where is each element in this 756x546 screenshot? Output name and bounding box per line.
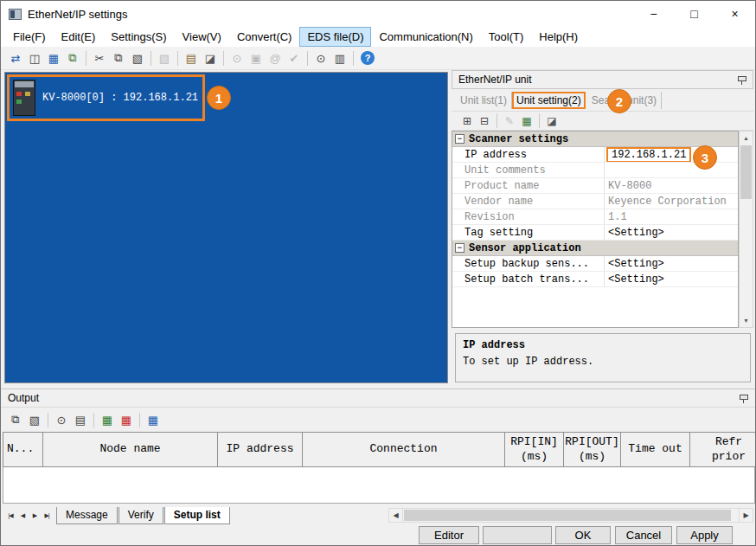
pin-icon[interactable] (739, 393, 748, 404)
annotation-badge-3: 3 (693, 145, 717, 170)
menu-eds-file-d[interactable]: EDS file(D) (299, 27, 371, 47)
collapse-icon[interactable]: − (455, 243, 464, 253)
toolbar-separator (223, 51, 224, 66)
copy-icon[interactable]: ⧉ (6, 411, 25, 429)
scroll-up-icon[interactable]: ▲ (740, 132, 753, 145)
property-label: Setup backup sens... (452, 256, 605, 271)
tab-setup-list[interactable]: Setup list (164, 507, 230, 524)
menu-settings-s[interactable]: Settings(S) (103, 27, 174, 47)
scroll-right-icon[interactable]: ▶ (739, 509, 753, 522)
first-tab-button[interactable]: |◀ (4, 509, 16, 523)
group-scanner-settings[interactable]: −Scanner settings (452, 132, 738, 147)
ethernet-ip-settings-window: EtherNet/IP settings − □ × File(F)Edit(E… (0, 0, 756, 546)
find-icon[interactable]: ⊙ (52, 411, 71, 429)
title-bar[interactable]: EtherNet/IP settings − □ × (1, 1, 755, 27)
property-row-revision[interactable]: Revision1.1 (452, 209, 738, 225)
help-icon[interactable]: ? (361, 51, 375, 65)
prev-tab-button[interactable]: ◀ (16, 509, 29, 523)
minimize-button[interactable]: − (633, 1, 674, 27)
clear-icon[interactable]: ◪ (543, 113, 561, 129)
device-item[interactable]: KV-8000[0] : 192.168.1.21 (7, 74, 205, 121)
eraser-icon[interactable]: ◪ (201, 49, 220, 67)
property-value[interactable]: <Setting> (605, 272, 738, 286)
scrollbar-thumb[interactable] (740, 145, 752, 199)
property-description: IP address To set up IP address. (455, 333, 751, 382)
unit-editor-icon[interactable]: ▤ (182, 49, 201, 67)
tab-unit-list-1[interactable]: Unit list(1) (456, 92, 512, 109)
property-value[interactable]: <Setting> (605, 225, 738, 240)
copy-icon[interactable]: ⧉ (109, 49, 128, 67)
edit-icon: ✎ (501, 113, 518, 129)
property-value[interactable]: 1.1 (605, 209, 738, 224)
unit-config-icon[interactable]: ▦ (44, 49, 63, 67)
horizontal-scrollbar[interactable]: ◀ ▶ (388, 508, 753, 523)
window-controls: − □ × (633, 1, 755, 27)
check-table-icon[interactable]: ▦ (98, 411, 117, 429)
menu-tool-t[interactable]: Tool(T) (481, 27, 531, 47)
property-value[interactable]: KV-8000 (605, 178, 738, 193)
column-refr: Refrprior (690, 432, 755, 467)
property-row-tag-setting[interactable]: Tag setting<Setting> (452, 225, 738, 241)
apply-button[interactable]: Apply (676, 526, 733, 544)
toolbar-separator (48, 413, 48, 427)
tab-verify[interactable]: Verify (119, 507, 163, 524)
tab-unit-setting-2[interactable]: Unit setting(2) (512, 92, 586, 109)
property-value[interactable] (605, 163, 738, 177)
toolbar-separator (307, 51, 308, 66)
unit-image-icon[interactable]: ▦ (518, 113, 535, 129)
transfer-table-icon[interactable]: ▦ (144, 411, 163, 429)
output-toolbar: ⧉▧⊙▤▦▦▦ (1, 408, 755, 432)
scrollbar-thumb[interactable] (404, 510, 731, 521)
collapse-items-icon[interactable]: ⊟ (476, 113, 493, 129)
property-row-product-name[interactable]: Product nameKV-8000 (452, 178, 738, 194)
vertical-scrollbar[interactable]: ▲ ▼ (739, 131, 753, 328)
toolbar-separator (86, 51, 86, 66)
ok-button[interactable]: OK (555, 526, 611, 544)
cut-icon[interactable]: ✂ (90, 49, 109, 67)
monitor-icon[interactable]: ◫ (25, 49, 44, 67)
editor-button[interactable]: Editor (419, 526, 479, 544)
column-ip-address: IP address (218, 432, 303, 467)
output-panel-title: Output (8, 392, 39, 404)
property-label: Tag setting (452, 225, 605, 240)
unit-panel: EtherNet/IP unit Unit list(1)Unit settin… (452, 70, 753, 389)
tab-message[interactable]: Message (56, 507, 118, 524)
close-button[interactable]: × (714, 1, 755, 27)
property-value[interactable]: 192.168.1.21 (605, 147, 738, 162)
maximize-button[interactable]: □ (674, 1, 714, 27)
property-value-text: <Setting> (608, 227, 664, 239)
secondary-button[interactable] (483, 526, 552, 544)
export-icon[interactable]: ▤ (71, 411, 90, 429)
property-value[interactable]: <Setting> (605, 256, 738, 271)
property-row-setup-batch-trans[interactable]: Setup batch trans...<Setting> (452, 272, 738, 287)
last-tab-button[interactable]: ▶| (41, 509, 53, 523)
copy-config-icon[interactable]: ⧉ (63, 49, 82, 67)
property-value-text: 1.1 (608, 211, 627, 223)
menu-file-f[interactable]: File(F) (5, 27, 54, 47)
menu-communication-n[interactable]: Communication(N) (371, 27, 480, 47)
network-view[interactable]: KV-8000[0] : 192.168.1.21 (4, 72, 448, 383)
transfer-to-unit-icon[interactable]: ⇄ (6, 49, 25, 67)
menu-help-h[interactable]: Help(H) (531, 27, 586, 47)
scroll-left-icon[interactable]: ◀ (389, 509, 403, 522)
scroll-down-icon[interactable]: ▼ (740, 314, 753, 327)
output-table-body[interactable] (3, 467, 755, 504)
paste-icon[interactable]: ▧ (25, 411, 44, 429)
property-value[interactable]: Keyence Corporation (605, 194, 738, 209)
output-table-header: N...Node nameIP addressConnectionRPI[IN]… (3, 432, 755, 467)
property-row-vendor-name[interactable]: Vendor nameKeyence Corporation (452, 194, 738, 209)
collapse-icon[interactable]: − (455, 134, 464, 144)
expand-items-icon[interactable]: ⊞ (458, 113, 476, 129)
group-sensor-application[interactable]: −Sensor application (452, 241, 738, 256)
cancel-button[interactable]: Cancel (615, 526, 672, 544)
property-row-setup-backup-sens[interactable]: Setup backup sens...<Setting> (452, 256, 738, 272)
paste-icon[interactable]: ▧ (128, 49, 147, 67)
menu-convert-c[interactable]: Convert(C) (229, 27, 300, 47)
error-table-icon[interactable]: ▦ (117, 411, 136, 429)
search-unit-icon[interactable]: ⊙ (311, 49, 330, 67)
pin-icon[interactable] (737, 74, 746, 86)
menu-edit-e[interactable]: Edit(E) (54, 27, 104, 47)
next-tab-button[interactable]: ▶ (29, 509, 41, 523)
menu-view-v[interactable]: View(V) (175, 27, 229, 47)
unit-list-icon[interactable]: ▥ (330, 49, 349, 67)
